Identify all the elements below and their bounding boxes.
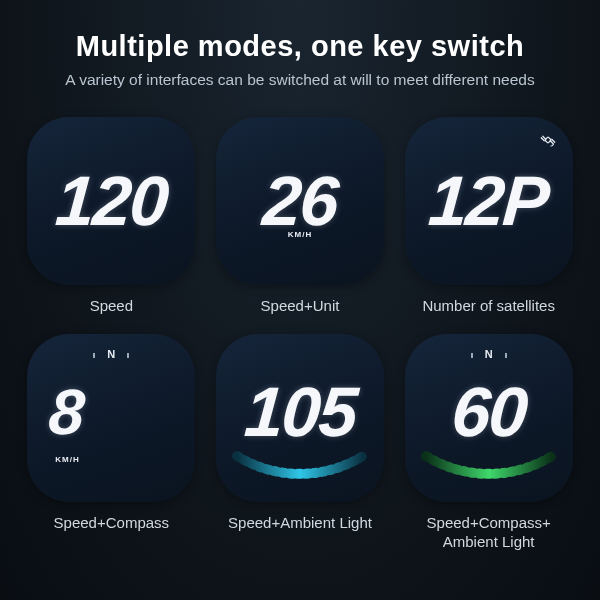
svg-line-2 <box>542 136 545 139</box>
svg-rect-0 <box>544 137 550 143</box>
speed-compass-ambient-value: 60 <box>449 377 528 447</box>
svg-line-3 <box>551 139 554 142</box>
svg-line-4 <box>550 141 553 144</box>
mode-speed-compass: N 8 KM/H Speed+Compass <box>24 334 199 552</box>
mode-speed-compass-ambient: N 60 Speed+Compass+ Ambient Light <box>401 334 576 552</box>
compass-tick-icon <box>505 353 507 358</box>
compass-north-label: N <box>107 348 115 360</box>
compass-tick-icon <box>471 353 473 358</box>
ambient-arc-icon <box>414 448 564 494</box>
tile-speed-compass-ambient: N 60 <box>405 334 573 502</box>
mode-speed-ambient: 105 Speed+Ambient Light <box>213 334 388 552</box>
unit-label: KM/H <box>55 455 79 464</box>
caption-speed-unit: Speed+Unit <box>261 297 340 316</box>
compass-north-label: N <box>485 348 493 360</box>
mode-satellites: 12P Number of satellites <box>401 117 576 316</box>
header: Multiple modes, one key switch A variety… <box>0 0 600 99</box>
unit-label: KM/H <box>288 230 312 239</box>
tile-speed-ambient: 105 <box>216 334 384 502</box>
mode-speed-unit: 26 KM/H Speed+Unit <box>213 117 388 316</box>
speed-value: 120 <box>53 166 169 236</box>
caption-speed: Speed <box>90 297 133 316</box>
caption-speed-ambient: Speed+Ambient Light <box>228 514 372 533</box>
satellites-value: 12P <box>427 166 550 236</box>
caption-speed-compass: Speed+Compass <box>54 514 170 533</box>
speed-compass-value: 8 <box>47 380 85 444</box>
tile-speed: 120 <box>27 117 195 285</box>
modes-grid: 120 Speed 26 KM/H Speed+Unit <box>0 99 600 551</box>
satellite-icon <box>539 131 557 153</box>
mode-speed: 120 Speed <box>24 117 199 316</box>
speed-ambient-value: 105 <box>242 377 358 447</box>
speed-unit-value: 26 <box>261 166 340 236</box>
tile-satellites: 12P <box>405 117 573 285</box>
svg-line-1 <box>541 138 544 141</box>
tile-speed-unit: 26 KM/H <box>216 117 384 285</box>
page-subtitle: A variety of interfaces can be switched … <box>20 71 580 89</box>
caption-satellites: Number of satellites <box>422 297 555 316</box>
compass-tick-icon <box>127 353 129 358</box>
caption-speed-compass-ambient: Speed+Compass+ Ambient Light <box>427 514 551 552</box>
compass-tick-icon <box>93 353 95 358</box>
page-title: Multiple modes, one key switch <box>20 30 580 63</box>
tile-speed-compass: N 8 KM/H <box>27 334 195 502</box>
ambient-arc-icon <box>225 448 375 494</box>
